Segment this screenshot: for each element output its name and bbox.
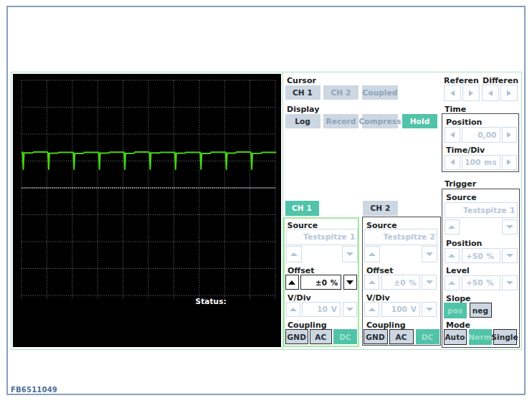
ch1-vdiv-down-button[interactable]: [343, 302, 357, 317]
waveform-plot: [13, 74, 281, 347]
time-timediv-value: 100 ms: [462, 155, 500, 171]
trigger-source-down-button[interactable]: [502, 219, 518, 235]
ch1-coupling-gnd-button[interactable]: GND: [285, 329, 309, 344]
oscilloscope-screen: Status:: [13, 74, 281, 347]
up-arrow-icon: [290, 308, 297, 311]
down-arrow-icon: [426, 308, 433, 311]
time-position-value: 0,00: [462, 127, 500, 143]
right-arrow-icon: [469, 90, 473, 96]
time-position-decrement-button[interactable]: [445, 127, 460, 143]
ch2-source-down-button[interactable]: [422, 246, 437, 262]
time-timediv-increment-button[interactable]: [502, 155, 517, 171]
time-timediv-label: Time/Div: [446, 146, 485, 155]
trigger-level-label: Level: [446, 266, 470, 275]
cursor-ch2-button[interactable]: CH 2: [323, 85, 358, 100]
reference-next-button[interactable]: [462, 85, 480, 101]
up-arrow-icon: [448, 281, 455, 285]
ch2-coupling-gnd-button[interactable]: GND: [364, 329, 388, 344]
ch2-coupling-ac-button[interactable]: AC: [389, 329, 414, 344]
ch1-offset-up-button[interactable]: [285, 275, 300, 290]
trigger-level-value: +50 %: [462, 275, 501, 290]
up-arrow-icon: [448, 225, 455, 229]
up-arrow-icon: [290, 252, 298, 256]
down-arrow-icon: [346, 252, 353, 256]
down-arrow-icon: [346, 308, 353, 311]
reference-prev-button[interactable]: [444, 85, 461, 101]
up-arrow-icon: [288, 280, 295, 285]
trigger-source-up-button[interactable]: [445, 219, 460, 235]
ch2-offset-up-button[interactable]: [364, 275, 379, 290]
ch2-coupling-dc-button[interactable]: DC: [416, 329, 440, 344]
status-label: Status:: [196, 297, 227, 305]
ch2-vdiv-down-button[interactable]: [422, 302, 437, 317]
display-hold-button[interactable]: Hold: [402, 114, 437, 128]
difference-next-button[interactable]: [500, 85, 518, 101]
display-log-button[interactable]: Log: [285, 114, 320, 128]
cursor-group-label: Cursor: [287, 76, 316, 85]
up-arrow-icon: [369, 252, 376, 256]
trigger-position-up-button[interactable]: [445, 248, 460, 263]
ch2-vdiv-value: 100 V: [381, 302, 420, 317]
ch1-vdiv-up-button[interactable]: [286, 302, 300, 317]
ch1-coupling-ac-button[interactable]: AC: [310, 329, 333, 344]
ch2-select-button[interactable]: CH 2: [363, 201, 398, 216]
ch2-source-up-button[interactable]: [364, 246, 380, 262]
left-arrow-icon: [450, 132, 455, 138]
left-arrow-icon: [450, 90, 455, 96]
trigger-level-down-button[interactable]: [502, 275, 518, 290]
left-arrow-icon: [488, 90, 493, 96]
down-arrow-icon: [506, 254, 513, 257]
trigger-group-label: Trigger: [445, 179, 476, 189]
trigger-slope-neg-button[interactable]: neg: [470, 303, 492, 318]
right-arrow-icon: [507, 90, 511, 96]
trigger-position-down-button[interactable]: [502, 248, 518, 263]
ch2-offset-down-button[interactable]: [422, 275, 437, 290]
ch1-offset-down-button[interactable]: [343, 275, 358, 290]
ch1-source-up-button[interactable]: [286, 246, 302, 262]
down-arrow-icon: [346, 280, 353, 285]
up-arrow-icon: [369, 308, 376, 311]
cursor-ch1-button[interactable]: CH 1: [285, 85, 320, 100]
ch1-offset-value: ±0 %: [300, 275, 341, 290]
down-arrow-icon: [426, 252, 433, 256]
trigger-mode-norm-button[interactable]: Norm: [469, 329, 492, 345]
right-arrow-icon: [507, 132, 511, 138]
ch2-offset-value: ±0 %: [381, 275, 420, 290]
cursor-coupled-button[interactable]: Coupled: [362, 85, 398, 100]
ch1-source-value: Testspitze 1: [286, 229, 358, 245]
trigger-mode-single-button[interactable]: Single: [493, 329, 517, 345]
ch1-coupling-dc-button[interactable]: DC: [333, 329, 357, 344]
up-arrow-icon: [369, 280, 376, 284]
ch1-select-button[interactable]: CH 1: [285, 201, 319, 216]
down-arrow-icon: [506, 225, 513, 229]
time-position-increment-button[interactable]: [502, 127, 517, 143]
trigger-source-label: Source: [446, 193, 477, 202]
trigger-mode-label: Mode: [446, 321, 470, 330]
display-record-button[interactable]: Record: [323, 114, 358, 128]
up-arrow-icon: [448, 254, 455, 257]
trigger-position-label: Position: [446, 239, 482, 248]
down-arrow-icon: [506, 281, 513, 285]
right-arrow-icon: [507, 159, 511, 165]
display-group-label: Display: [287, 105, 319, 114]
trigger-mode-auto-button[interactable]: Auto: [444, 329, 467, 345]
trigger-source-value: Testspitze 1: [445, 202, 518, 218]
display-compress-button[interactable]: Compress: [362, 114, 398, 128]
trigger-slope-pos-button[interactable]: pos: [444, 303, 467, 318]
ch2-vdiv-up-button[interactable]: [364, 302, 379, 317]
ch2-source-value: Testspitze 2: [364, 229, 437, 245]
trigger-position-value: +50 %: [462, 248, 501, 263]
document-id-label: FB6511049: [11, 386, 57, 394]
difference-prev-button[interactable]: [482, 85, 499, 101]
left-arrow-icon: [450, 159, 455, 165]
ch1-vdiv-value: 10 V: [302, 302, 341, 317]
down-arrow-icon: [426, 280, 433, 284]
time-position-label: Position: [446, 118, 482, 127]
ch1-source-down-button[interactable]: [342, 246, 358, 262]
trigger-level-up-button[interactable]: [445, 275, 460, 290]
time-timediv-decrement-button[interactable]: [445, 155, 460, 171]
